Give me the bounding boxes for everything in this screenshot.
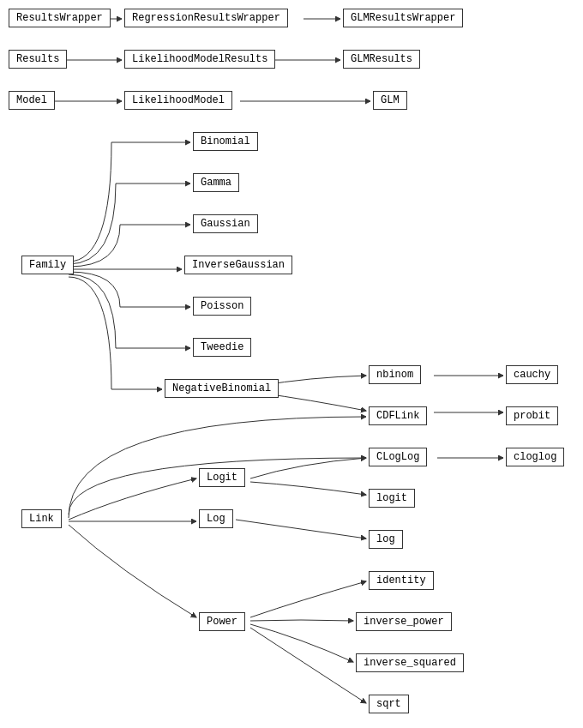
node-cdflink: CDFLink: [369, 406, 427, 425]
node-cauchy: cauchy: [506, 365, 558, 384]
node-gamma: Gamma: [193, 173, 239, 192]
node-tweedie: Tweedie: [193, 338, 251, 357]
node-likelihoodmodel: LikelihoodModel: [124, 91, 232, 110]
node-cloglog: CLogLog: [369, 448, 427, 466]
node-poisson: Poisson: [193, 297, 251, 316]
node-link: Link: [21, 509, 62, 528]
node-glm: GLM: [373, 91, 407, 110]
node-log: log: [369, 530, 403, 549]
node-logit: Logit: [199, 468, 245, 487]
svg-line-11: [236, 520, 366, 538]
diagram-arrows: [0, 0, 583, 728]
node-sqrt: sqrt: [369, 695, 409, 713]
node-inverse_power: inverse_power: [356, 612, 452, 631]
node-gaussian: Gaussian: [193, 214, 258, 233]
node-glmresultswrapper: GLMResultsWrapper: [343, 9, 463, 27]
node-identity: identity: [369, 571, 434, 590]
node-negativebinomial: NegativeBinomial: [165, 379, 279, 398]
node-likelihoodmodelresults: LikelihoodModelResults: [124, 50, 275, 69]
node-glmresults: GLMResults: [343, 50, 420, 69]
node-cloglog: cloglog: [506, 448, 564, 466]
node-inversegaussian: InverseGaussian: [184, 256, 292, 274]
node-regressionresultswrapper: RegressionResultsWrapper: [124, 9, 288, 27]
node-logit: logit: [369, 489, 415, 508]
node-nbinom: nbinom: [369, 365, 421, 384]
node-power: Power: [199, 612, 245, 631]
node-resultswrapper: ResultsWrapper: [9, 9, 111, 27]
node-probit: probit: [506, 406, 558, 425]
node-binomial: Binomial: [193, 132, 258, 151]
node-results: Results: [9, 50, 67, 69]
node-log: Log: [199, 509, 233, 528]
node-family: Family: [21, 256, 74, 274]
node-model: Model: [9, 91, 55, 110]
class-diagram: ResultsWrapperRegressionResultsWrapperGL…: [0, 0, 583, 728]
node-inverse_squared: inverse_squared: [356, 653, 464, 672]
